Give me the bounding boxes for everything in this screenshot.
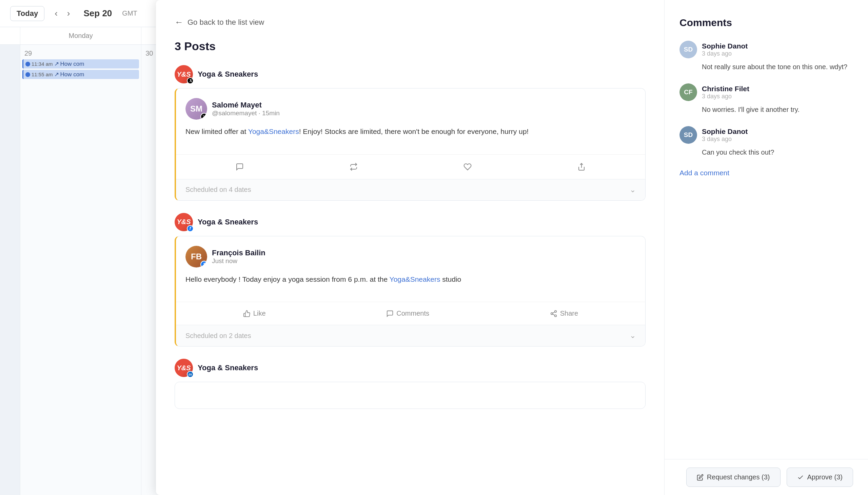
comment-header-3: SD Sophie Danot 3 days ago — [680, 126, 853, 144]
svg-point-3 — [555, 314, 557, 317]
linkedin-badge: in — [187, 371, 193, 378]
svg-line-4 — [553, 314, 555, 315]
comments-title: Comments — [680, 17, 853, 29]
posts-panel: ← Go back to the list view 3 Posts Y&S 𝕏… — [156, 0, 665, 495]
post-card-1: SM 𝕏 Salomé Mayet @salomemayet · 15min N… — [175, 88, 646, 201]
back-arrow-icon: ← — [175, 17, 184, 28]
overlay-panel: ← Go back to the list view 3 Posts Y&S 𝕏… — [156, 0, 868, 495]
comment-text-3: Can you check this out? — [680, 147, 853, 157]
twitter-badge: 𝕏 — [187, 77, 193, 84]
add-comment-link[interactable]: Add a comment — [680, 169, 729, 177]
comment-text-2: No worries. I'll give it another try. — [680, 104, 853, 115]
day-monday: Monday — [20, 27, 141, 45]
post-inner-1: SM 𝕏 Salomé Mayet @salomemayet · 15min N… — [176, 88, 645, 154]
comment-3: SD Sophie Danot 3 days ago Can you check… — [680, 126, 853, 157]
scheduled-bar-2[interactable]: Scheduled on 2 dates ⌄ — [176, 325, 645, 346]
event-1155[interactable]: 11:55 am ↗How com — [22, 70, 139, 79]
comment-header-1: SD Sophie Danot 3 days ago — [680, 41, 853, 58]
brand-logo-1: Y&S 𝕏 — [175, 65, 193, 83]
author-avatar-1: SM 𝕏 — [186, 98, 207, 120]
comment-1: SD Sophie Danot 3 days ago Not really su… — [680, 41, 853, 72]
author-info-2: François Bailin Just now — [212, 249, 266, 265]
svg-point-2 — [551, 312, 553, 314]
back-link[interactable]: ← Go back to the list view — [175, 17, 646, 28]
calendar-date: Sep 20 — [84, 8, 112, 19]
comments-panel: Comments SD Sophie Danot 3 days ago Not … — [665, 0, 868, 495]
request-changes-button[interactable]: Request changes (3) — [686, 467, 781, 487]
timezone-label: GMT — [122, 10, 137, 17]
comment-2: CF Christine Filet 3 days ago No worries… — [680, 83, 853, 115]
today-button[interactable]: Today — [10, 6, 45, 21]
calendar-nav: ‹ › — [51, 7, 73, 20]
twitter-author-badge: 𝕏 — [200, 113, 207, 120]
svg-line-5 — [553, 312, 555, 313]
post-author-2: FB f François Bailin Just now — [186, 246, 636, 268]
event-1134[interactable]: 11:34 am ↗How com — [22, 59, 139, 68]
posts-title: 3 Posts — [175, 40, 646, 53]
avatar-sophie-2: SD — [680, 126, 697, 144]
brand-name-1: Yoga & Sneakers — [198, 70, 258, 79]
brand-name-3: Yoga & Sneakers — [198, 363, 258, 372]
pencil-icon — [697, 474, 703, 481]
comment-action[interactable] — [230, 160, 249, 174]
prev-button[interactable]: ‹ — [51, 7, 61, 20]
post-link-1[interactable]: Yoga&Sneakers — [248, 127, 299, 135]
comment-text-1: Not really sure about the tone on this o… — [680, 62, 853, 72]
scheduled-bar-1[interactable]: Scheduled on 4 dates ⌄ — [176, 179, 645, 200]
author-avatar-2: FB f — [186, 246, 207, 268]
brand-header-1: Y&S 𝕏 Yoga & Sneakers — [175, 65, 646, 83]
commenter-info-3: Sophie Danot 3 days ago — [702, 127, 748, 143]
facebook-actions: Like Comments Share — [176, 302, 645, 325]
share-fb-action[interactable]: Share — [542, 307, 586, 320]
comments-fb-action[interactable]: Comments — [378, 307, 437, 320]
avatar-sophie-1: SD — [680, 41, 697, 58]
approve-button[interactable]: Approve (3) — [787, 467, 853, 487]
brand-header-3: Y&S in Yoga & Sneakers — [175, 359, 646, 377]
facebook-badge: f — [187, 225, 193, 232]
check-icon — [797, 474, 804, 481]
avatar-christine: CF — [680, 83, 697, 101]
share-action[interactable] — [572, 160, 591, 174]
commenter-info-1: Sophie Danot 3 days ago — [702, 42, 748, 57]
post-card-2: FB f François Bailin Just now Hello ever… — [175, 236, 646, 347]
author-info-1: Salomé Mayet @salomemayet · 15min — [212, 101, 280, 117]
post-inner-2: FB f François Bailin Just now Hello ever… — [176, 236, 645, 302]
post-link-2[interactable]: Yoga&Sneakers — [390, 275, 440, 283]
brand-header-2: Y&S f Yoga & Sneakers — [175, 213, 646, 231]
brand-logo-3: Y&S in — [175, 359, 193, 377]
retweet-action[interactable] — [344, 160, 363, 174]
chevron-down-icon-2: ⌄ — [630, 331, 636, 340]
brand-logo-2: Y&S f — [175, 213, 193, 231]
brand-name-2: Yoga & Sneakers — [198, 218, 258, 226]
chevron-down-icon-1: ⌄ — [630, 186, 636, 194]
svg-point-1 — [555, 310, 557, 312]
bottom-action-bar: Request changes (3) Approve (3) — [665, 459, 868, 495]
post-card-3 — [175, 382, 646, 409]
time-column — [0, 45, 20, 495]
like-action[interactable] — [458, 160, 477, 174]
next-button[interactable]: › — [64, 7, 73, 20]
comment-header-2: CF Christine Filet 3 days ago — [680, 83, 853, 101]
like-fb-action[interactable]: Like — [235, 307, 274, 320]
post-body-1: New limited offer at Yoga&Sneakers! Enjo… — [186, 126, 636, 137]
commenter-info-2: Christine Filet 3 days ago — [702, 85, 749, 100]
col-monday-29: 29 11:34 am ↗How com 11:55 am ↗How com — [20, 45, 141, 495]
post-body-2: Hello everybody ! Today enjoy a yoga ses… — [186, 274, 636, 285]
post-author-1: SM 𝕏 Salomé Mayet @salomemayet · 15min — [186, 98, 636, 120]
time-col-header — [0, 27, 20, 45]
post-twitter-actions — [176, 154, 645, 179]
facebook-author-badge: f — [200, 261, 207, 268]
